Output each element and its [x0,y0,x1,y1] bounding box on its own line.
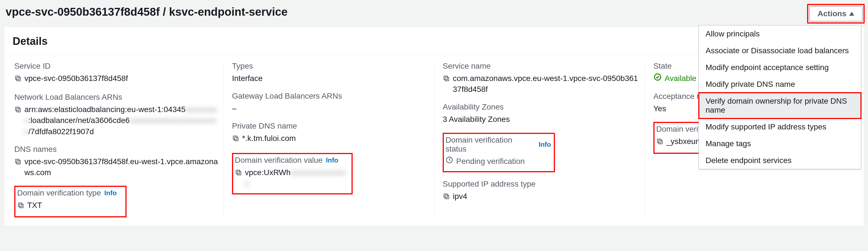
svg-rect-9 [233,136,237,140]
svg-rect-11 [236,170,240,174]
field-az: Availability Zones 3 Availability Zones [443,103,640,125]
clock-icon [445,156,453,167]
page-title: vpce-svc-0950b36137f8d458f / ksvc-endpoi… [6,6,287,18]
svg-rect-16 [444,194,447,198]
copy-icon[interactable] [443,192,450,203]
value-accept: Yes [653,103,666,114]
info-link[interactable]: Info [326,156,338,164]
value-nlb-arn: arn:aws:elasticloadbalancing:eu-west-1:0… [24,104,218,137]
label-sip: Supported IP address type [443,180,640,188]
field-glb: Gateway Load Balancers ARNs – [232,92,429,114]
info-link[interactable]: Info [539,141,551,148]
svg-rect-12 [445,77,449,81]
label-dns-names: DNS names [14,145,218,154]
value-dvt: TXT [27,200,42,211]
label-dvv: Domain verification value Info [235,156,349,165]
label-az: Availability Zones [443,103,640,111]
svg-rect-13 [444,76,447,79]
svg-rect-2 [17,108,21,112]
menu-modify-acceptance[interactable]: Modify endpoint acceptance setting [699,59,861,76]
svg-rect-0 [17,77,21,81]
copy-icon[interactable] [17,201,24,212]
value-service-name: com.amazonaws.vpce.eu-west-1.vpce-svc-09… [453,73,640,95]
copy-icon[interactable] [443,74,450,85]
value-service-id: vpce-svc-0950b36137f8d458f [24,73,128,84]
details-col-3: Service name com.amazonaws.vpce.eu-west-… [434,61,645,217]
svg-rect-7 [18,203,22,207]
actions-button-label: Actions [817,9,846,18]
copy-icon[interactable] [14,157,22,168]
label-dvs: Domain verification status Info [445,136,551,153]
svg-rect-4 [17,160,21,164]
details-col-2: Types Interface Gateway Load Balancers A… [223,61,434,217]
copy-icon[interactable] [14,105,22,116]
value-types: Interface [232,73,262,84]
menu-modify-ip-types[interactable]: Modify supported IP address types [699,118,861,135]
svg-rect-18 [659,140,662,144]
menu-manage-tags[interactable]: Manage tags [699,135,861,152]
value-sip: ipv4 [453,191,467,202]
field-service-id: Service ID vpce-svc-0950b36137f8d458f [14,62,218,85]
svg-rect-8 [235,137,238,141]
menu-allow-principals[interactable]: Allow principals [699,26,861,42]
field-service-name: Service name com.amazonaws.vpce.eu-west-… [443,62,640,95]
label-service-name: Service name [443,62,640,71]
label-glb: Gateway Load Balancers ARNs [232,92,429,101]
field-types: Types Interface [232,62,429,84]
svg-rect-5 [16,159,19,163]
page-header: vpce-svc-0950b36137f8d458f / ksvc-endpoi… [0,0,868,27]
menu-associate-lb[interactable]: Associate or Disassociate load balancers [699,42,861,59]
field-dvt: Domain verification type Info TXT [17,188,123,212]
field-dvv: Domain verification value Info vpce:UxRW… [235,156,349,189]
svg-rect-19 [657,139,661,143]
field-nlb-arn: Network Load Balancers ARNs arn:aws:elas… [14,93,218,137]
check-circle-icon [653,73,662,84]
menu-verify-domain[interactable]: Verify domain ownership for private DNS … [699,93,861,118]
field-dns-names: DNS names vpce-svc-0950b36137f8d458f.eu-… [14,145,218,178]
svg-rect-6 [20,204,23,208]
copy-icon[interactable] [232,134,239,145]
actions-button-highlight: Actions [807,4,865,24]
svg-rect-3 [16,107,19,111]
label-nlb-arn: Network Load Balancers ARNs [14,93,218,102]
field-pdns: Private DNS name *.k.tm.fuloi.com [232,121,429,145]
svg-rect-1 [16,76,19,79]
field-sip: Supported IP address type ipv4 [443,180,640,203]
svg-rect-10 [237,171,241,175]
actions-button[interactable]: Actions [809,6,862,21]
label-service-id: Service ID [14,62,218,71]
value-az: 3 Availability Zones [443,114,510,125]
copy-icon[interactable] [656,137,663,148]
actions-dropdown: Allow principals Associate or Disassocia… [699,25,861,169]
highlight-dvt: Domain verification type Info TXT [14,186,126,217]
highlight-dvs: Domain verification status Info Pending … [443,133,555,172]
copy-icon[interactable] [235,168,242,179]
highlight-dvv: Domain verification value Info vpce:UxRW… [232,153,353,194]
value-dvv: vpce:UxRWhxxxxxxxxxxxxxxx [245,167,349,189]
chevron-up-icon [849,12,854,16]
svg-rect-15 [445,195,449,199]
copy-icon[interactable] [14,74,22,85]
value-pdns: *.k.tm.fuloi.com [242,133,296,144]
label-dvt: Domain verification type Info [17,188,123,198]
menu-modify-pdns[interactable]: Modify private DNS name [699,76,861,93]
label-pdns: Private DNS name [232,121,429,131]
details-col-1: Service ID vpce-svc-0950b36137f8d458f Ne… [12,61,223,217]
info-link[interactable]: Info [104,189,117,197]
label-types: Types [232,62,429,71]
menu-delete-services[interactable]: Delete endpoint services [699,152,861,169]
field-dvs: Domain verification status Info Pending … [445,136,551,167]
value-state: Available [664,73,696,84]
value-dns-names: vpce-svc-0950b36137f8d458f.eu-west-1.vpc… [24,156,218,178]
value-glb: – [232,103,237,114]
value-dvs: Pending verification [456,156,525,167]
